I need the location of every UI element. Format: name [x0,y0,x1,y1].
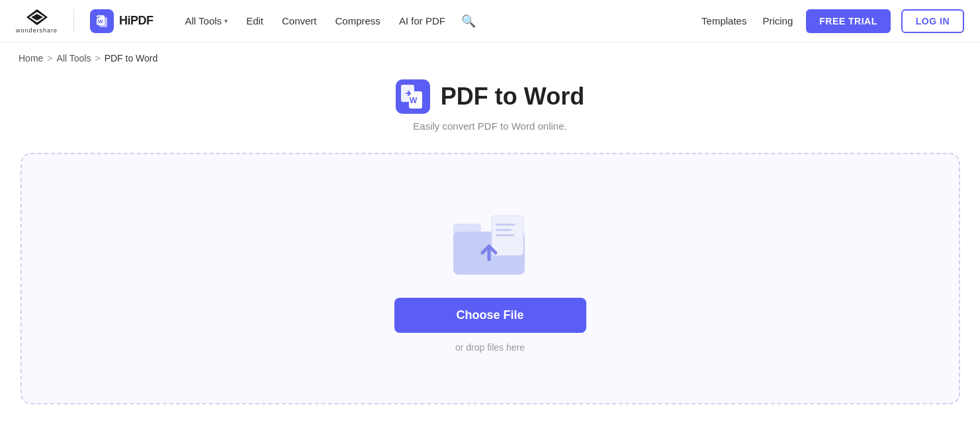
main-nav: All Tools ▾ Edit Convert Compress AI for… [177,9,481,34]
main-content: W PDF to Word Easily convert PDF to Word… [0,74,980,431]
nav-templates[interactable]: Templates [699,10,749,32]
svg-text:W: W [98,19,103,24]
breadcrumb-all-tools[interactable]: All Tools [57,53,91,64]
svg-rect-13 [496,224,515,226]
nav-pricing[interactable]: Pricing [760,10,795,32]
wondershare-diamond-icon [25,8,49,26]
breadcrumb-home[interactable]: Home [19,53,43,64]
wondershare-text: wondershare [16,27,58,34]
logo-divider [73,9,74,33]
page-subtitle: Easily convert PDF to Word online. [413,120,566,132]
chevron-down-icon: ▾ [224,17,228,24]
login-button[interactable]: LOG IN [901,9,964,33]
free-trial-button[interactable]: FREE TRIAL [806,9,890,33]
page-header: W PDF to Word Easily convert PDF to Word… [396,79,584,132]
wondershare-logo: wondershare [16,8,58,34]
folder-upload-icon [451,212,530,278]
logo-area[interactable]: wondershare W HiPDF [16,8,154,34]
nav-edit[interactable]: Edit [238,10,271,32]
nav-compress[interactable]: Compress [328,10,388,32]
breadcrumb: Home > All Tools > PDF to Word [0,42,980,74]
page-title-row: W PDF to Word [396,79,584,114]
nav-all-tools[interactable]: All Tools ▾ [177,10,236,32]
svg-rect-15 [496,234,514,236]
nav-right: Templates Pricing FREE TRIAL LOG IN [699,9,964,33]
hipdf-logo[interactable]: W HiPDF [90,9,154,33]
page-title: PDF to Word [441,83,584,111]
nav-ai[interactable]: AI for PDF [391,10,453,32]
breadcrumb-sep-1: > [47,53,52,64]
pdf-to-word-icon: W [396,79,430,114]
choose-file-button[interactable]: Choose File [394,298,586,333]
search-button[interactable]: 🔍 [456,9,481,34]
upload-area[interactable]: Choose File or drop files here [21,153,960,404]
hipdf-brand-text: HiPDF [119,14,154,28]
breadcrumb-current: PDF to Word [105,53,158,64]
search-icon: 🔍 [461,14,476,28]
breadcrumb-sep-2: > [95,53,100,64]
svg-text:W: W [410,96,418,105]
drop-hint: or drop files here [455,342,525,353]
nav-convert[interactable]: Convert [274,10,325,32]
hipdf-icon: W [90,9,114,33]
svg-rect-14 [496,229,512,231]
